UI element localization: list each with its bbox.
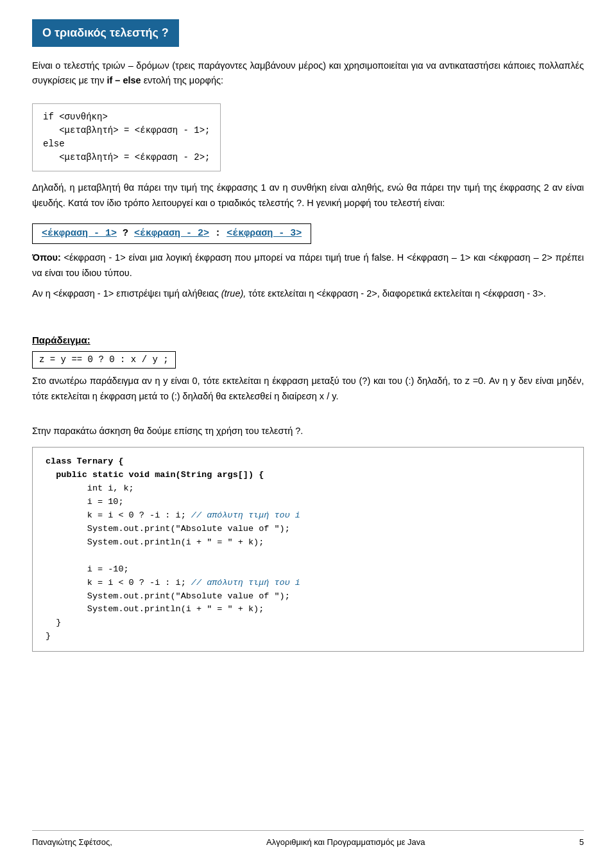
code-k1-line: k = i < 0 ? -i : i; // απόλυτη τιμή του … xyxy=(46,509,570,523)
opou-paragraph: Όπου: <έκφραση - 1> είναι μια λογική έκφ… xyxy=(32,250,584,281)
ternary-expr3: <έκφραση - 3> xyxy=(227,228,302,239)
code-line-3: else xyxy=(43,137,210,151)
code-line-4: <μεταβλητή> = <έκφραση - 2>; xyxy=(43,151,210,164)
code-close-method: } xyxy=(46,616,570,630)
page-title: Ο τριαδικός τελεστής ? xyxy=(42,26,169,39)
code-close-class: } xyxy=(46,630,570,643)
code-main-line: public static void main(String args[]) { xyxy=(46,469,570,482)
code-line-1: if <συνθήκη> xyxy=(43,110,210,124)
ternary-expr2: <έκφραση - 2> xyxy=(134,228,209,239)
if-true-paragraph: Αν η <έκφραση - 1> επιστρέψει τιμή αλήθε… xyxy=(32,286,584,302)
title-box: Ο τριαδικός τελεστής ? xyxy=(32,19,179,47)
example-code-inline: z = y == 0 ? 0 : x / y ; xyxy=(32,351,176,369)
code-inline-text: z = y == 0 ? 0 : x / y ; xyxy=(39,354,169,365)
ternary-expression: <έκφραση - 1> ? <έκφραση - 2> : <έκφραση… xyxy=(32,223,311,245)
code-block-large: class Ternary { public static void main(… xyxy=(32,447,584,652)
footer: Παναγιώτης Σφέτσος, Αλγοριθμική και Προγ… xyxy=(32,830,584,849)
code-print1-line: System.out.print("Absolute value of "); xyxy=(46,523,570,536)
exercise-intro: Στην παρακάτω άσκηση θα δούμε επίσης τη … xyxy=(32,424,584,439)
code-i-neg-line: i = -10; xyxy=(46,563,570,577)
footer-page-number: 5 xyxy=(579,836,584,849)
footer-book-title: Αλγοριθμική και Προγραμματισμός με Java xyxy=(266,836,425,849)
page: Ο τριαδικός τελεστής ? Είναι ο τελεστής … xyxy=(0,0,616,861)
code-int-line: int i, k; xyxy=(46,482,570,496)
example-heading: Παράδειγμα: xyxy=(32,333,584,348)
example-explanation: Στο ανωτέρω παράδειγμα αν η y είναι 0, τ… xyxy=(32,374,584,404)
ternary-expr1: <έκφραση - 1> xyxy=(42,228,117,239)
ifelse-code-block: if <συνθήκη> <μεταβλητή> = <έκφραση - 1>… xyxy=(32,103,221,171)
code-class-line: class Ternary { xyxy=(46,455,570,469)
code-print2-line: System.out.print("Absolute value of "); xyxy=(46,590,570,604)
intro-paragraph: Είναι ο τελεστής τριών – δρόμων (τρεις π… xyxy=(32,58,584,88)
code-println1-line: System.out.println(i + " = " + k); xyxy=(46,536,570,550)
footer-author: Παναγιώτης Σφέτσος, xyxy=(32,836,112,849)
explanation-paragraph: Δηλαδή, η μεταβλητή θα πάρει την τιμή τη… xyxy=(32,180,584,210)
code-line-2: <μεταβλητή> = <έκφραση - 1>; xyxy=(43,124,210,137)
code-println2-line: System.out.println(i + " = " + k); xyxy=(46,603,570,616)
code-k2-line: k = i < 0 ? -i : i; // απόλυτη τιμή του … xyxy=(46,577,570,590)
code-i10-line: i = 10; xyxy=(46,496,570,509)
